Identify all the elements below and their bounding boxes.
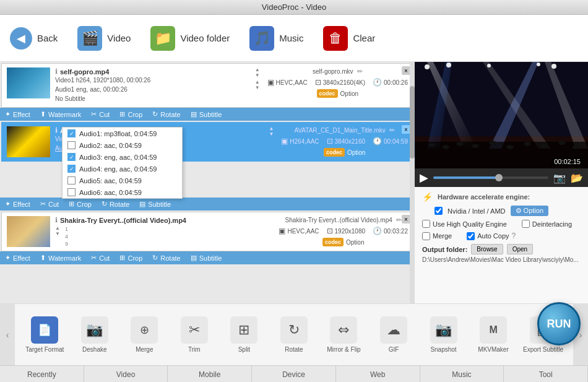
effect-button-2[interactable]: ✦ Effect [5,200,30,208]
progress-fill [433,176,503,179]
audio5-checkbox[interactable] [67,176,76,184]
effect-button-1[interactable]: ✦ Effect [5,110,30,118]
tab-tool[interactable]: Tool [504,366,588,382]
run-button[interactable]: RUN [537,302,581,345]
crop-button-1[interactable]: ⊞ Crop [119,110,142,118]
audio-track-6[interactable]: Audio6: aac, 0:04:59 [63,186,182,198]
camera-button[interactable]: 📷 [553,172,566,184]
open-button[interactable]: Open [507,244,533,254]
progress-thumb[interactable] [495,174,503,181]
cut-button-2[interactable]: ✂ Cut [40,200,59,208]
audio-track-1[interactable]: Audio1: mp3float, 0:04:59 [63,128,182,139]
back-button[interactable]: ◀ Back [10,27,58,50]
file2-thumbnail [7,126,50,157]
file-item-1[interactable]: × ℹ self-gopro.mp4 Video1 h264, 1920*108… [1,63,413,108]
tool-deshake[interactable]: 📷 Deshake [74,316,116,353]
tool-mirror-flip[interactable]: ⇔ Mirror & Flip [322,316,365,353]
scroll-left-button[interactable]: ‹ [0,304,15,365]
subtitle-button-2[interactable]: ▤ Subtitle [139,200,171,208]
audio5-label: Audio5: aac, 0:04:59 [79,177,142,184]
audio1-checkbox[interactable] [67,129,76,137]
file2-stepper[interactable]: ▲▼ [269,126,274,137]
rotate-button-2[interactable]: ↻ Rotate [102,200,129,208]
tab-recently[interactable]: Recently [0,366,84,382]
merge-label[interactable]: Merge [422,232,452,240]
clear-button[interactable]: 🗑 Clear [323,26,375,51]
watermark-button-1[interactable]: ⬆ Watermark [40,110,81,118]
tool-split[interactable]: ⊞ Split [223,316,265,353]
audio3-checkbox[interactable] [67,153,76,161]
help-icon[interactable]: ? [512,232,516,240]
file3-header: ℹ Shakira-Try Everyt..(official Video).m… [2,212,413,251]
play-button[interactable]: ▶ [420,171,428,184]
subtitle-button-3[interactable]: ▤ Subtitle [191,254,222,262]
audio-track-5[interactable]: Audio5: aac, 0:04:59 [63,175,182,186]
close-file-3-button[interactable]: × [402,215,410,224]
bottom-tabs: Recently Video Mobile Device Web Music T… [0,365,588,382]
deinterlacing-checkbox[interactable] [522,220,530,228]
tab-device[interactable]: Device [252,366,336,382]
high-quality-checkbox[interactable] [422,220,430,228]
file1-option-button[interactable]: Option [340,90,358,97]
close-file-2-button[interactable]: × [402,125,410,134]
subtitle-button-1[interactable]: ▤ Subtitle [191,110,222,118]
trim-label: Trim [188,346,201,353]
file-list-scrollbar[interactable] [410,62,415,303]
video-folder-button[interactable]: 📁 Video folder [150,26,230,51]
tab-mobile[interactable]: Mobile [168,366,252,382]
cut-button-3[interactable]: ✂ Cut [91,254,110,262]
audio2-checkbox[interactable] [67,141,76,149]
watermark-button-3[interactable]: ⬆ Watermark [40,254,81,262]
close-file-1-button[interactable]: × [402,66,410,75]
video-preview: 00:02:15 [415,62,588,168]
file2-option-button[interactable]: Option [347,149,365,156]
tool-snapshot[interactable]: 📷 Snapshot [423,316,465,353]
file-list-panel: × ℹ self-gopro.mp4 Video1 h264, 1920*108… [0,62,415,303]
tool-gif[interactable]: ☁ GIF [373,316,415,353]
tab-video[interactable]: Video [84,366,168,382]
tool-trim[interactable]: ✂ Trim [173,316,215,353]
folder-open-button[interactable]: 📂 [571,172,583,184]
auto-copy-label[interactable]: Auto Copy ? [467,232,516,240]
file1-stepper[interactable]: ▲▼ [255,67,260,78]
tool-rotate[interactable]: ↻ Rotate [273,316,315,353]
crop-button-3[interactable]: ⊞ Crop [119,254,142,262]
music-button[interactable]: 🎵 Music [249,26,303,51]
video-button[interactable]: 🎬 Video [77,26,131,51]
file1-edit-icon[interactable]: ✏ [357,67,363,76]
crop-button-2[interactable]: ⊞ Crop [69,200,92,208]
file2-edit-icon[interactable]: ✏ [389,126,395,134]
high-quality-label[interactable]: Use High Quality Engine [422,220,507,228]
scrollbar-thumb[interactable] [410,86,415,158]
tool-target-format[interactable]: 📄 Target Format [24,316,66,353]
svg-point-16 [472,144,478,148]
progress-bar[interactable] [433,176,548,179]
file-item-3[interactable]: × ℹ Shakira-Try Everyt..(official Video)… [1,212,413,251]
rotate-button-1[interactable]: ↻ Rotate [152,110,180,118]
file1-props: ▣ HEVC,AAC ⊡ 3840x2160(4K) 🕐 00:00:26 [267,78,408,87]
audio-track-3[interactable]: Audio3: eng, aac, 0:04:59 [63,151,182,163]
effect-button-3[interactable]: ✦ Effect [5,254,30,262]
rotate-button-3[interactable]: ↻ Rotate [152,254,180,262]
merge-checkbox[interactable] [422,232,430,240]
audio6-checkbox[interactable] [67,188,76,196]
file3-output: Shakira-Try Everyt..(official Video).mp4… [285,216,402,224]
audio-track-2[interactable]: Audio2: aac, 0:04:59 [63,139,182,151]
audio-track-4[interactable]: Audio4: eng, aac, 0:04:59 [63,163,182,175]
option-button[interactable]: ⚙ Option [511,206,548,216]
browse-button[interactable]: Browse [471,244,503,254]
tool-mkvmaker[interactable]: M MKVMaker [472,316,514,353]
cut-button-1[interactable]: ✂ Cut [91,110,110,118]
deinterlacing-label[interactable]: Deinterlacing [522,220,572,228]
nvidia-checkbox[interactable] [435,207,443,215]
file3-edit-icon[interactable]: ✏ [396,216,402,224]
effect-icon: ✦ [5,110,11,118]
tab-web[interactable]: Web [336,366,420,382]
file1-meta: Video1 h264, 1920*1080, 00:00:26 [55,76,250,85]
file2-output-name: AVATAR_CE_D1_Main_Title.mkv [295,127,386,134]
auto-copy-checkbox[interactable] [467,232,475,240]
audio4-checkbox[interactable] [67,165,76,173]
file3-option-button[interactable]: Option [346,239,364,246]
tab-music[interactable]: Music [420,366,504,382]
tool-merge[interactable]: ⊕ Merge [123,316,165,353]
